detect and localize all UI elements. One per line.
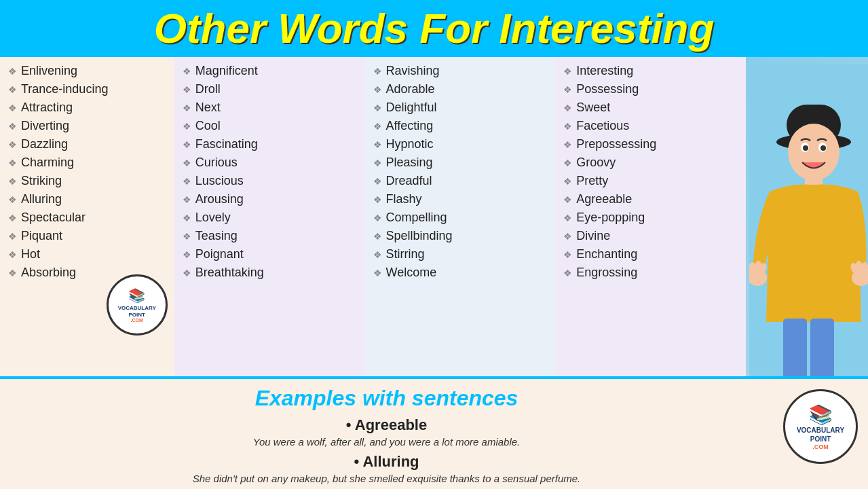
- word-item: Enchanting: [563, 246, 738, 263]
- word-item: Trance-inducing: [8, 81, 166, 98]
- word-item: Striking: [8, 173, 166, 189]
- svg-rect-20: [810, 319, 834, 376]
- word-item: Poignant: [183, 246, 357, 263]
- word-item: Arousing: [183, 191, 357, 208]
- word-list-1: EnliveningTrance-inducingAttractingDiver…: [0, 57, 174, 287]
- word-item: Magnificent: [183, 62, 357, 79]
- header: Other Words For Interesting: [0, 0, 868, 57]
- word-item: Diverting: [8, 117, 166, 134]
- word-item: Pleasing: [373, 154, 548, 171]
- word-item: Lovely: [183, 209, 357, 226]
- word-item: Fascinating: [183, 136, 357, 153]
- vocabulary-point-logo-small: 📚 VOCABULARYPOINT .COM: [107, 274, 168, 336]
- svg-point-6: [803, 145, 808, 151]
- svg-point-7: [820, 145, 826, 151]
- word-item: Attracting: [8, 99, 166, 116]
- word-item: Dazzling: [8, 136, 166, 153]
- word-item: Affecting: [373, 117, 548, 134]
- word-item: Luscious: [183, 173, 357, 189]
- person-image: [746, 57, 868, 376]
- word-item: Hypnotic: [373, 136, 548, 153]
- vocabulary-point-logo-large: 📚 VOCABULARYPOINT .COM: [783, 389, 858, 464]
- word-item: Dreadful: [373, 173, 548, 189]
- examples-list: AgreeableYou were a wolf, after all, and…: [14, 416, 759, 489]
- word-item: Divine: [563, 228, 738, 244]
- svg-point-3: [788, 124, 839, 181]
- example-word: Agreeable: [14, 416, 759, 434]
- bottom-logo-area: 📚 VOCABULARYPOINT .COM: [773, 379, 868, 489]
- example-sentence: She didn't put on any makeup, but she sm…: [14, 473, 759, 484]
- word-column-3: RavishingAdorableDelightfulAffectingHypn…: [365, 57, 556, 376]
- word-column-4: InterestingPossessingSweetFacetiousPrepo…: [555, 57, 746, 376]
- word-item: Interesting: [563, 62, 738, 79]
- word-item: Adorable: [373, 81, 548, 98]
- example-word: Alluring: [14, 453, 759, 471]
- page-title: Other Words For Interesting: [0, 5, 868, 52]
- person-placeholder: [746, 57, 868, 376]
- word-item: Welcome: [373, 264, 548, 281]
- word-item: Spectacular: [8, 209, 166, 226]
- word-item: Piquant: [8, 228, 166, 244]
- word-item: Flashy: [373, 191, 548, 208]
- logo-text: VOCABULARYPOINT: [118, 305, 156, 318]
- word-item: Ravishing: [373, 62, 548, 79]
- person-svg: [749, 64, 868, 376]
- word-item: Next: [183, 99, 357, 116]
- word-column-2: MagnificentDrollNextCoolFascinatingCurio…: [174, 57, 365, 376]
- word-item: Droll: [183, 81, 357, 98]
- word-item: Charming: [8, 154, 166, 171]
- svg-rect-19: [783, 319, 807, 376]
- word-item: Groovy: [563, 154, 738, 171]
- logo-icon: 📚: [128, 287, 145, 304]
- word-item: Stirring: [373, 246, 548, 263]
- examples-content: Examples with sentences AgreeableYou wer…: [0, 379, 773, 489]
- logo-com: .COM: [131, 318, 143, 323]
- word-item: Teasing: [183, 228, 357, 244]
- word-item: Engrossing: [563, 264, 738, 281]
- examples-title: Examples with sentences: [14, 386, 759, 411]
- word-item: Eye-popping: [563, 209, 738, 226]
- word-item: Pretty: [563, 173, 738, 189]
- word-item: Enlivening: [8, 62, 166, 79]
- word-item: Cool: [183, 117, 357, 134]
- example-sentence: You were a wolf, after all, and you were…: [14, 436, 759, 448]
- word-item: Delightful: [373, 99, 548, 116]
- word-item: Spellbinding: [373, 228, 548, 244]
- word-item: Compelling: [373, 209, 548, 226]
- bottom-logo-icon: 📚: [809, 403, 833, 426]
- word-item: Alluring: [8, 191, 166, 208]
- examples-section: Examples with sentences AgreeableYou wer…: [0, 376, 868, 489]
- word-item: Agreeable: [563, 191, 738, 208]
- word-item: Breathtaking: [183, 264, 357, 281]
- word-grid: EnliveningTrance-inducingAttractingDiver…: [0, 57, 868, 376]
- bottom-logo-com: .COM: [812, 443, 829, 450]
- word-item: Sweet: [563, 99, 738, 116]
- bottom-logo-text: VOCABULARYPOINT: [797, 426, 844, 443]
- word-item: Hot: [8, 246, 166, 263]
- word-column-1: EnliveningTrance-inducingAttractingDiver…: [0, 57, 174, 376]
- word-item: Curious: [183, 154, 357, 171]
- word-item: Facetious: [563, 117, 738, 134]
- word-item: Possessing: [563, 81, 738, 98]
- word-item: Prepossessing: [563, 136, 738, 153]
